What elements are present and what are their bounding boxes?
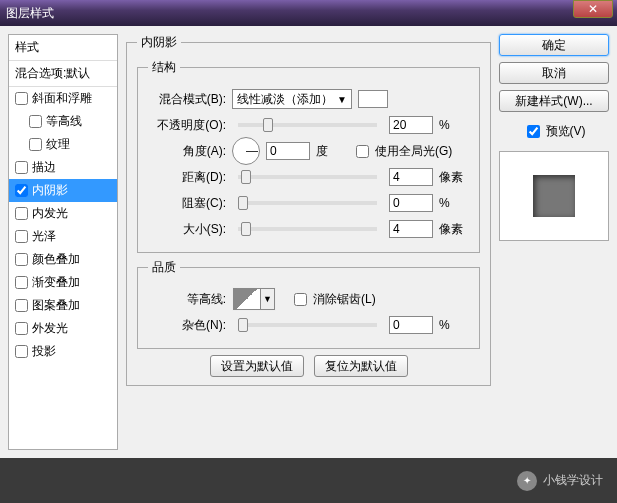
noise-slider[interactable] — [238, 323, 377, 327]
new-style-button[interactable]: 新建样式(W)... — [499, 90, 609, 112]
blend-mode-value: 线性减淡（添加） — [237, 91, 333, 108]
style-item-label: 内阴影 — [32, 182, 68, 199]
choke-input[interactable]: 0 — [389, 194, 433, 212]
style-item-label: 斜面和浮雕 — [32, 90, 92, 107]
style-item-checkbox[interactable] — [15, 161, 28, 174]
global-light-label: 使用全局光(G) — [375, 143, 452, 160]
antialias-checkbox[interactable]: 消除锯齿(L) — [290, 290, 376, 309]
noise-label: 杂色(N): — [148, 317, 226, 334]
angle-label: 角度(A): — [148, 143, 226, 160]
structure-legend: 结构 — [148, 59, 180, 76]
color-swatch[interactable] — [358, 90, 388, 108]
style-item-checkbox[interactable] — [15, 92, 28, 105]
quality-group: 品质 等高线: ▼ 消除锯齿(L) 杂色(N): 0 — [137, 259, 480, 349]
style-item[interactable]: 光泽 — [9, 225, 117, 248]
size-unit: 像素 — [439, 221, 469, 238]
style-item-label: 描边 — [32, 159, 56, 176]
angle-input[interactable]: 0 — [266, 142, 310, 160]
style-item-checkbox[interactable] — [15, 345, 28, 358]
style-item[interactable]: 投影 — [9, 340, 117, 363]
style-item[interactable]: 颜色叠加 — [9, 248, 117, 271]
watermark-text: 小钱学设计 — [543, 472, 603, 489]
choke-unit: % — [439, 196, 469, 210]
style-item-label: 等高线 — [46, 113, 82, 130]
style-item[interactable]: 描边 — [9, 156, 117, 179]
ok-button[interactable]: 确定 — [499, 34, 609, 56]
style-item-checkbox[interactable] — [15, 276, 28, 289]
antialias-label: 消除锯齿(L) — [313, 291, 376, 308]
style-item-label: 纹理 — [46, 136, 70, 153]
structure-group: 结构 混合模式(B): 线性减淡（添加） ▼ 不透明度(O): 20 % — [137, 59, 480, 253]
style-item[interactable]: 内发光 — [9, 202, 117, 225]
cancel-button[interactable]: 取消 — [499, 62, 609, 84]
size-label: 大小(S): — [148, 221, 226, 238]
style-item-checkbox[interactable] — [29, 115, 42, 128]
blend-mode-label: 混合模式(B): — [148, 91, 226, 108]
preview-box — [499, 151, 609, 241]
window-close-button[interactable]: ✕ — [573, 0, 613, 18]
contour-picker[interactable]: ▼ — [232, 287, 276, 311]
preview-label: 预览(V) — [546, 123, 586, 140]
window-title: 图层样式 — [6, 5, 611, 22]
distance-slider[interactable] — [238, 175, 377, 179]
style-item-label: 光泽 — [32, 228, 56, 245]
style-item[interactable]: 纹理 — [9, 133, 117, 156]
noise-unit: % — [439, 318, 469, 332]
make-default-button[interactable]: 设置为默认值 — [210, 355, 304, 377]
close-icon: ✕ — [588, 2, 598, 16]
style-item-checkbox[interactable] — [15, 207, 28, 220]
blend-options-item[interactable]: 混合选项:默认 — [9, 61, 117, 87]
contour-thumb-icon — [233, 288, 261, 310]
style-item-checkbox[interactable] — [29, 138, 42, 151]
style-item-checkbox[interactable] — [15, 322, 28, 335]
angle-unit: 度 — [316, 143, 346, 160]
global-light-checkbox[interactable]: 使用全局光(G) — [352, 142, 452, 161]
style-item-checkbox[interactable] — [15, 230, 28, 243]
inner-shadow-panel: 内阴影 结构 混合模式(B): 线性减淡（添加） ▼ 不透明度(O): 20 % — [126, 34, 491, 386]
chevron-down-icon: ▼ — [337, 94, 347, 105]
preview-swatch — [533, 175, 575, 217]
size-slider[interactable] — [238, 227, 377, 231]
opacity-slider[interactable] — [238, 123, 377, 127]
wechat-icon: ✦ — [517, 471, 537, 491]
style-item-label: 渐变叠加 — [32, 274, 80, 291]
style-item-checkbox[interactable] — [15, 184, 28, 197]
style-item-label: 内发光 — [32, 205, 68, 222]
style-item-label: 投影 — [32, 343, 56, 360]
preview-checkbox[interactable]: 预览(V) — [499, 122, 609, 141]
style-item[interactable]: 内阴影 — [9, 179, 117, 202]
style-item[interactable]: 等高线 — [9, 110, 117, 133]
style-item[interactable]: 外发光 — [9, 317, 117, 340]
style-item[interactable]: 斜面和浮雕 — [9, 87, 117, 110]
watermark-footer: ✦ 小钱学设计 — [0, 458, 617, 503]
angle-dial[interactable] — [232, 137, 260, 165]
distance-input[interactable]: 4 — [389, 168, 433, 186]
styles-sidebar: 样式 混合选项:默认 斜面和浮雕等高线纹理描边内阴影内发光光泽颜色叠加渐变叠加图… — [8, 34, 118, 450]
quality-legend: 品质 — [148, 259, 180, 276]
opacity-label: 不透明度(O): — [148, 117, 226, 134]
sidebar-header: 样式 — [9, 35, 117, 61]
style-item-checkbox[interactable] — [15, 299, 28, 312]
contour-label: 等高线: — [148, 291, 226, 308]
choke-slider[interactable] — [238, 201, 377, 205]
distance-label: 距离(D): — [148, 169, 226, 186]
blend-mode-combo[interactable]: 线性减淡（添加） ▼ — [232, 89, 352, 109]
opacity-input[interactable]: 20 — [389, 116, 433, 134]
noise-input[interactable]: 0 — [389, 316, 433, 334]
size-input[interactable]: 4 — [389, 220, 433, 238]
style-item[interactable]: 渐变叠加 — [9, 271, 117, 294]
style-item-label: 图案叠加 — [32, 297, 80, 314]
reset-default-button[interactable]: 复位为默认值 — [314, 355, 408, 377]
style-item-label: 外发光 — [32, 320, 68, 337]
opacity-unit: % — [439, 118, 469, 132]
distance-unit: 像素 — [439, 169, 469, 186]
choke-label: 阻塞(C): — [148, 195, 226, 212]
style-item[interactable]: 图案叠加 — [9, 294, 117, 317]
panel-title: 内阴影 — [137, 34, 181, 51]
style-item-checkbox[interactable] — [15, 253, 28, 266]
chevron-down-icon: ▼ — [261, 288, 275, 310]
style-item-label: 颜色叠加 — [32, 251, 80, 268]
